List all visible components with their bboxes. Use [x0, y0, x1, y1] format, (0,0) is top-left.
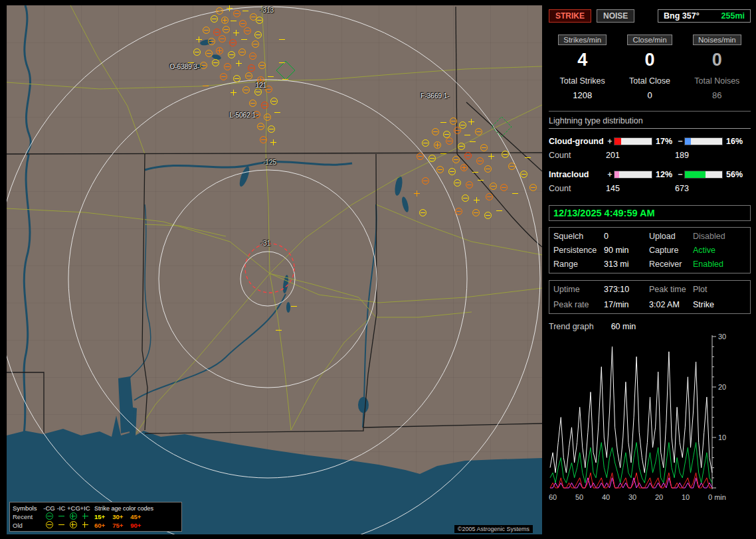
- capture-label: Capture: [649, 246, 693, 255]
- svg-text:60: 60: [549, 493, 557, 501]
- bearing-range: 255mi: [721, 11, 745, 21]
- total-strikes-value: 1208: [549, 90, 616, 100]
- peak-rate-label: Peak rate: [553, 300, 604, 309]
- minus-sign: −: [676, 170, 684, 179]
- svg-text:10: 10: [718, 433, 726, 441]
- intracloud-counts: Count 145 673: [549, 181, 751, 196]
- strike-symbol-pic: [82, 522, 88, 528]
- svg-text:0 min: 0 min: [708, 493, 726, 501]
- legend-col-mic: -IC: [55, 504, 67, 512]
- cloud-ground-label: Cloud-ground: [549, 137, 606, 146]
- map-graphics: [7, 5, 542, 534]
- age-code: 45+: [130, 513, 141, 520]
- strike-symbol-mcg: [46, 512, 53, 520]
- upload-status: Disabled: [693, 232, 746, 241]
- strike-symbol-mcg: [46, 521, 53, 528]
- map-legend: Symbols -CG -IC +CG +IC Strike age color…: [9, 502, 182, 532]
- plus-sign: +: [606, 137, 614, 146]
- strike-symbol-mic: [58, 522, 64, 528]
- cg-plus-pct: 17%: [652, 137, 676, 146]
- ic-minus-count: 673: [675, 184, 751, 193]
- intracloud-label: Intracloud: [549, 170, 606, 179]
- ic-plus-bar: [614, 171, 652, 179]
- receiver-label: Receiver: [649, 260, 693, 269]
- plot-value: Strike: [693, 300, 746, 309]
- datetime-display: 12/13/2025 4:49:59 AM: [549, 205, 751, 221]
- total-noises-label: Total Noises: [684, 76, 751, 86]
- ic-plus-pct: 12%: [652, 170, 676, 179]
- noises-per-min-label: Noises/min: [693, 35, 741, 45]
- range-value: 313 mi: [604, 260, 649, 269]
- persistence-value: 90 min: [604, 246, 649, 255]
- peak-time-value: 3:02 AM: [649, 300, 693, 309]
- cloud-ground-row: Cloud-ground + 17% − 16%: [549, 135, 751, 148]
- control-panel: STRIKE NOISE Bng 357° 255mi Strikes/min …: [549, 5, 751, 535]
- copyright-text: ©2005 Astrogenic Systems: [454, 525, 533, 533]
- ic-minus-pct: 56%: [723, 170, 743, 179]
- cg-plus-bar: [614, 137, 652, 145]
- strikes-column: Strikes/min 4 Total Strikes 1208: [549, 35, 616, 100]
- peak-rate-value: 17/min: [604, 300, 649, 309]
- strikes-per-min-label: Strikes/min: [558, 35, 607, 45]
- distribution-title: Lightning type distribution: [549, 116, 751, 129]
- app-window: -313-125-31O-6389 3-121L-5062 1-F-3669 1…: [0, 0, 756, 539]
- cloud-ground-counts: Count 201 189: [549, 148, 751, 163]
- uptime-label: Uptime: [553, 285, 604, 294]
- trend-graph: 3020106050403020100 min: [549, 334, 751, 508]
- age-code: 90+: [130, 522, 141, 529]
- total-close-value: 0: [616, 90, 683, 100]
- strike-symbol-pic: [82, 513, 88, 519]
- close-per-min-value: 0: [616, 50, 683, 71]
- cg-minus-bar: [684, 137, 723, 145]
- trend-graph-canvas: 3020106050403020100 min: [549, 334, 748, 508]
- svg-text:20: 20: [655, 493, 663, 501]
- lightning-map[interactable]: -313-125-31O-6389 3-121L-5062 1-F-3669 1…: [7, 5, 542, 534]
- legend-row-recent: Recent15+30+45+: [13, 512, 179, 521]
- squelch-value: 0: [604, 232, 649, 241]
- legend-col-pcg: +CG: [67, 504, 79, 512]
- total-strikes-label: Total Strikes: [549, 76, 616, 86]
- age-code: 75+: [112, 522, 123, 529]
- cg-minus-pct: 16%: [723, 137, 743, 146]
- intracloud-row: Intracloud + 12% − 56%: [549, 168, 751, 181]
- legend-col-pic: +IC: [79, 504, 91, 512]
- upload-label: Upload: [649, 232, 693, 241]
- age-code: 30+: [112, 513, 123, 520]
- svg-text:50: 50: [575, 493, 583, 501]
- noises-per-min-value: 0: [684, 50, 751, 71]
- svg-text:30: 30: [628, 493, 636, 501]
- bearing-label: Bng 357°: [664, 11, 700, 21]
- strike-button[interactable]: STRIKE: [549, 9, 591, 23]
- uptime-value: 373:10: [604, 285, 649, 294]
- svg-text:30: 30: [718, 334, 726, 341]
- top-bar: STRIKE NOISE Bng 357° 255mi: [549, 9, 751, 23]
- receiver-status: Enabled: [693, 260, 746, 269]
- legend-age-title: Strike age color codes: [91, 505, 179, 512]
- noise-button[interactable]: NOISE: [597, 9, 634, 23]
- total-close-label: Total Close: [616, 76, 683, 86]
- svg-text:10: 10: [682, 493, 690, 501]
- trend-graph-window: 60 min: [611, 322, 636, 331]
- strike-symbol-pcg: [70, 512, 77, 520]
- peak-time-label: Peak time: [649, 285, 693, 294]
- legend-symbols-title: Symbols: [13, 504, 43, 512]
- age-code: 15+: [94, 513, 105, 520]
- stats-panel: Uptime 373:10 Peak time Plot Peak rate 1…: [549, 280, 751, 314]
- trend-graph-header: Trend graph 60 min: [549, 322, 751, 331]
- count-label: Count: [549, 184, 606, 193]
- legend-row-old: Old60+75+90+: [13, 521, 179, 530]
- settings-panel: Squelch 0 Upload Disabled Persistence 90…: [549, 227, 751, 273]
- cg-plus-count: 201: [606, 151, 675, 160]
- svg-text:40: 40: [602, 493, 610, 501]
- legend-rows: Recent15+30+45+Old60+75+90+: [13, 512, 179, 530]
- rate-summary: Strikes/min 4 Total Strikes 1208 Close/m…: [549, 35, 751, 100]
- svg-text:20: 20: [718, 383, 726, 391]
- bearing-display: Bng 357° 255mi: [658, 9, 751, 23]
- legend-header: Symbols -CG -IC +CG +IC Strike age color…: [13, 504, 179, 512]
- age-code: 60+: [94, 522, 105, 529]
- capture-status: Active: [693, 246, 746, 255]
- close-per-min-label: Close/min: [627, 35, 672, 45]
- lightning-distribution: Lightning type distribution Cloud-ground…: [549, 111, 751, 196]
- trend-graph-label: Trend graph: [549, 322, 594, 331]
- strikes-per-min-value: 4: [549, 50, 616, 71]
